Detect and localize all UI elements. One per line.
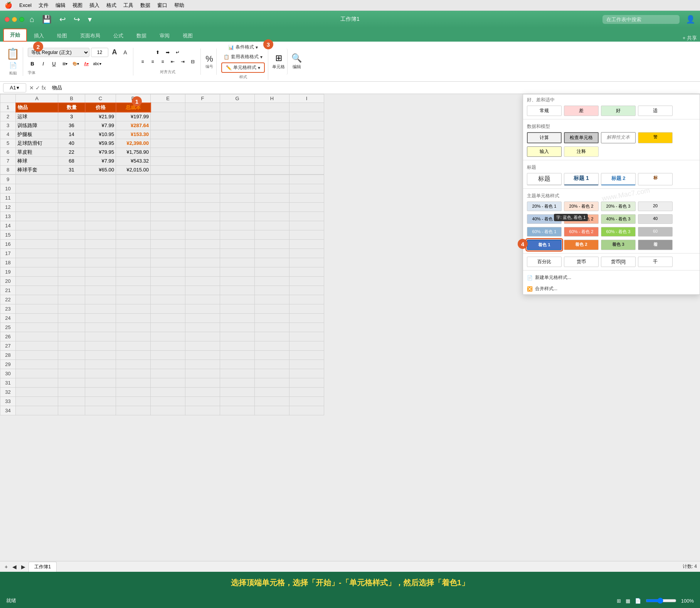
cell-d17[interactable] [116,249,151,258]
cell-h7[interactable] [255,156,289,165]
cell-d15[interactable] [116,230,151,239]
cell-d26[interactable] [116,332,151,341]
cell-a25[interactable] [16,322,58,332]
cell-h15[interactable] [255,230,289,239]
cell-d27[interactable] [116,341,151,350]
cell-i7[interactable] [289,156,324,165]
cell-a23[interactable] [16,304,58,313]
cell-g11[interactable] [220,193,255,202]
cell-e31[interactable] [151,378,185,387]
style-explain[interactable]: 解释性文本 [601,132,636,143]
cell-a12[interactable] [16,202,58,212]
cell-c9[interactable] [85,175,116,184]
cell-h8[interactable] [255,165,289,174]
cell-c4[interactable]: ¥10.95 [85,130,116,139]
cell-c16[interactable] [85,239,116,249]
cell-d12[interactable] [116,202,151,212]
tab-draw[interactable]: 绘图 [51,30,73,42]
menu-edit[interactable]: 编辑 [56,2,66,9]
cell-e12[interactable] [151,202,185,212]
align-wrap-button[interactable]: ↵ [173,49,182,56]
share-button[interactable]: + 共享 [683,35,697,42]
cell-i11[interactable] [289,193,324,202]
cell-i15[interactable] [289,230,324,239]
cell-h2[interactable] [255,112,289,121]
cell-f29[interactable] [185,359,220,369]
align-top-button[interactable]: ⬆ [153,49,162,56]
col-header-f[interactable]: F [185,94,220,103]
cell-e6[interactable] [151,148,185,156]
tab-insert[interactable]: 插入 [28,30,50,42]
cell-i13[interactable] [289,212,324,221]
cell-f14[interactable] [185,221,220,230]
cell-h6[interactable] [255,148,289,156]
cell-d14[interactable] [116,221,151,230]
cell-a3[interactable]: 训练路障 [16,121,58,130]
cell-c30[interactable] [85,369,116,378]
cell-c20[interactable] [85,276,116,286]
cell-b14[interactable] [58,221,85,230]
cell-i20[interactable] [289,276,324,286]
cell-e28[interactable] [151,350,185,359]
cell-d28[interactable] [116,350,151,359]
cell-b10[interactable] [58,184,85,193]
cell-g23[interactable] [220,304,255,313]
tab-pagelayout[interactable]: 页面布局 [74,30,106,42]
cell-b23[interactable] [58,304,85,313]
cell-f9[interactable] [185,175,220,184]
cell-e9[interactable] [151,175,185,184]
cell-h13[interactable] [255,212,289,221]
cell-e1[interactable] [151,103,185,112]
cell-b9[interactable] [58,175,85,184]
style-warn[interactable]: 警 [638,132,673,143]
maximize-button[interactable] [19,17,24,22]
cell-e17[interactable] [151,249,185,258]
cell-a32[interactable] [16,387,58,396]
section-cell[interactable]: ⊞ 单元格 [270,49,288,75]
cell-f17[interactable] [185,249,220,258]
col-header-i[interactable]: I [289,94,324,103]
cell-b3[interactable]: 36 [58,121,85,130]
cell-b34[interactable] [58,406,85,415]
cell-i6[interactable] [289,148,324,156]
cell-f28[interactable] [185,350,220,359]
cell-i23[interactable] [289,304,324,313]
cell-h1[interactable] [255,103,289,112]
nav-right-button[interactable]: ▶ [20,564,27,570]
style-accent4[interactable]: 着 [638,240,673,250]
cell-a29[interactable] [16,359,58,369]
cell-e16[interactable] [151,239,185,249]
cell-c17[interactable] [85,249,116,258]
cell-d31[interactable] [116,378,151,387]
minimize-button[interactable] [12,17,17,22]
style-calc[interactable]: 计算 [527,132,562,143]
cell-c6[interactable]: ¥79.95 [85,148,116,156]
redo-icon[interactable]: ↪ [71,14,82,25]
cell-d5[interactable]: ¥2,398.00 [116,139,151,148]
cell-b24[interactable] [58,313,85,322]
cell-b16[interactable] [58,239,85,249]
cell-b7[interactable]: 68 [58,156,85,165]
border-button[interactable]: ⊞▾ [60,59,69,69]
cell-h9[interactable] [255,175,289,184]
cell-h30[interactable] [255,369,289,378]
cell-g3[interactable] [220,121,255,130]
cell-h19[interactable] [255,267,289,276]
cell-h33[interactable] [255,396,289,406]
merge-style-button[interactable]: 🔀 合并样式... [523,283,700,294]
cell-h3[interactable] [255,121,289,130]
cell-g27[interactable] [220,341,255,350]
cell-c13[interactable] [85,212,116,221]
font-decrease-button[interactable]: A [121,48,130,57]
menu-format[interactable]: 格式 [106,2,116,9]
style-20-3[interactable]: 20% - 着色 3 [601,202,636,211]
table-view-icon[interactable]: ▦ [626,598,630,604]
cell-i19[interactable] [289,267,324,276]
zoom-slider[interactable] [646,598,676,604]
cell-f2[interactable] [185,112,220,121]
cell-f6[interactable] [185,148,220,156]
bold-button[interactable]: B [28,59,37,69]
cell-f16[interactable] [185,239,220,249]
cell-a26[interactable] [16,332,58,341]
nav-left-button[interactable]: ◀ [11,564,18,570]
